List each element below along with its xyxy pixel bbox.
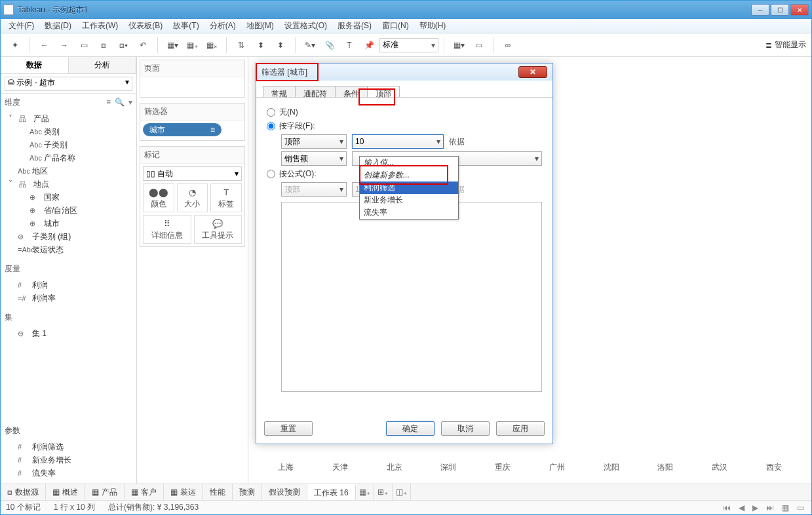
dd-churn[interactable]: 流失率 — [360, 206, 458, 219]
tree-location[interactable]: ˅品地点 — [6, 178, 136, 191]
tree-city[interactable]: ⊕城市 — [6, 217, 136, 230]
dd-newbiz[interactable]: 新业务增长 — [360, 194, 458, 206]
tab-forecast[interactable]: 预测 — [233, 484, 262, 500]
menu-file[interactable]: 文件(F) — [3, 19, 39, 33]
detail-shelf[interactable]: ⠿详细信息 — [143, 215, 191, 244]
bar[interactable]: 西安 — [749, 458, 798, 473]
apply-button[interactable]: 应用 — [496, 421, 545, 436]
tree-product[interactable]: ˅品产品 — [6, 112, 136, 125]
tab-data[interactable]: 数据 — [1, 57, 69, 73]
bar[interactable]: 洛阳 — [641, 458, 690, 473]
dialog-close-button[interactable]: ✕ — [518, 66, 547, 78]
radio-none[interactable] — [267, 108, 275, 117]
group-icon[interactable]: 📎 — [320, 36, 339, 54]
filmstrip-icon[interactable]: ▭ — [795, 503, 806, 512]
tree-subcategory[interactable]: Abc子类别 — [6, 138, 136, 151]
sort-desc-icon[interactable]: ⬍ — [271, 36, 290, 54]
tab-worksheet16[interactable]: 工作表 16 — [307, 484, 356, 500]
bar[interactable]: 深圳 — [424, 458, 473, 473]
show-me-button[interactable]: ≣智能显示 — [765, 39, 806, 50]
share-icon[interactable]: ∞ — [499, 36, 517, 54]
dialog-tab-top[interactable]: 顶部 — [367, 86, 400, 97]
dialog-tab-general[interactable]: 常规 — [263, 86, 296, 97]
radio-byfield[interactable] — [267, 122, 275, 130]
menu-help[interactable]: 帮助(H) — [414, 19, 452, 33]
new-worksheet-icon[interactable]: ▦▾ — [163, 36, 182, 54]
close-button[interactable]: ✕ — [790, 4, 809, 16]
size-shelf[interactable]: ◔大小 — [177, 183, 208, 212]
tab-overview[interactable]: ▦概述 — [46, 484, 85, 500]
back-icon[interactable]: ← — [35, 36, 54, 54]
duplicate-icon[interactable]: ▦₊ — [183, 36, 201, 54]
search-icon[interactable]: 🔍 — [115, 98, 125, 107]
new-story-button[interactable]: ◫₊ — [393, 484, 411, 500]
menu-story[interactable]: 故事(T) — [168, 19, 204, 33]
filter-pill-city[interactable]: 城市 — [143, 123, 222, 136]
tree-param-churn[interactable]: #流失率 — [6, 467, 136, 480]
maximize-button[interactable]: ☐ — [771, 4, 789, 16]
cancel-button[interactable]: 取消 — [441, 421, 490, 436]
filters-shelf[interactable]: 筛选器 城市 — [140, 103, 245, 141]
tree-country[interactable]: ⊕国家 — [6, 191, 136, 204]
color-shelf[interactable]: ⬤⬤颜色 — [143, 183, 174, 212]
reset-button[interactable]: 重置 — [264, 421, 313, 436]
top-count-dropdown[interactable]: 10 — [352, 134, 444, 149]
menu-format[interactable]: 设置格式(O) — [279, 19, 332, 33]
tooltip-shelf[interactable]: 💬工具提示 — [194, 215, 242, 244]
undo-icon[interactable]: ↶ — [134, 36, 152, 54]
top-direction-dropdown[interactable]: 顶部 — [281, 134, 347, 149]
menu-analysis[interactable]: 分析(A) — [204, 19, 241, 33]
bar[interactable]: 天津 — [316, 458, 365, 473]
dd-profit-filter[interactable]: 利润筛选 — [360, 181, 458, 194]
dd-create-param[interactable]: 创建新参数... — [360, 169, 458, 181]
tree-shipstatus[interactable]: =Abc装运状态 — [6, 243, 136, 256]
tab-ship[interactable]: ▦装运 — [164, 484, 203, 500]
menu-dashboard[interactable]: 仪表板(B) — [123, 19, 168, 33]
first-icon[interactable]: ⏮ — [721, 503, 733, 512]
highlight-icon[interactable]: ✎▾ — [301, 36, 319, 54]
menu-data[interactable]: 数据(D) — [39, 19, 77, 33]
tree-subcat-group[interactable]: ⊘子类别 (组) — [6, 230, 136, 243]
mark-type-dropdown[interactable]: ▯▯ 自动▾ — [143, 166, 242, 181]
menu-icon[interactable]: ▾ — [128, 98, 132, 107]
tree-param-newbiz[interactable]: #新业务增长 — [6, 453, 136, 467]
menu-map[interactable]: 地图(M) — [241, 19, 279, 33]
bar[interactable]: 北京 — [370, 458, 419, 473]
tab-perf[interactable]: 性能 — [203, 484, 233, 500]
bar[interactable]: 上海 — [261, 458, 311, 473]
fit-dropdown[interactable]: 标准 — [379, 38, 438, 52]
forward-icon[interactable]: → — [55, 36, 73, 54]
bar[interactable]: 重庆 — [478, 458, 528, 473]
tab-product[interactable]: ▦产品 — [85, 484, 125, 500]
menu-window[interactable]: 窗口(N) — [377, 19, 414, 33]
dialog-titlebar[interactable]: 筛选器 [城市] ✕ — [256, 64, 552, 81]
pin-icon[interactable]: 📌 — [360, 36, 378, 54]
show-cards-icon[interactable]: ▦▾ — [450, 36, 468, 54]
tree-province[interactable]: ⊕省/自治区 — [6, 204, 136, 217]
swap-icon[interactable]: ⇅ — [232, 36, 250, 54]
tree-category[interactable]: Abc类别 — [6, 125, 136, 138]
bar[interactable]: 广州 — [533, 458, 582, 473]
grid-icon[interactable]: ▦ — [780, 503, 791, 512]
tree-productname[interactable]: Abc产品名称 — [6, 151, 136, 164]
top-measure-dropdown[interactable]: 销售额 — [281, 151, 347, 166]
dialog-tab-wildcard[interactable]: 通配符 — [295, 86, 336, 97]
tree-profit[interactable]: #利润 — [6, 278, 136, 292]
sort-asc-icon[interactable]: ⬍ — [252, 36, 270, 54]
prev-icon[interactable]: ◀ — [737, 503, 746, 512]
menu-worksheet[interactable]: 工作表(W) — [77, 19, 123, 33]
dialog-tab-condition[interactable]: 条件 — [335, 86, 368, 97]
tree-profit-ratio[interactable]: =#利润率 — [6, 292, 136, 305]
radio-byformula[interactable] — [267, 170, 275, 178]
pages-shelf[interactable]: 页面 — [140, 60, 245, 98]
tab-whatif[interactable]: 假设预测 — [262, 484, 307, 500]
tree-region[interactable]: Abc地区 — [6, 164, 136, 178]
presentation-icon[interactable]: ▭ — [469, 36, 488, 54]
new-worksheet-button[interactable]: ▦₊ — [356, 484, 374, 500]
label-icon[interactable]: T — [340, 36, 358, 54]
view-icon[interactable]: ≡ — [106, 98, 111, 107]
pill-menu-icon[interactable] — [210, 125, 215, 134]
tab-analytics[interactable]: 分析 — [69, 57, 137, 73]
bar[interactable]: 沈阳 — [587, 458, 636, 473]
new-dashboard-button[interactable]: ⊞₊ — [374, 484, 393, 500]
